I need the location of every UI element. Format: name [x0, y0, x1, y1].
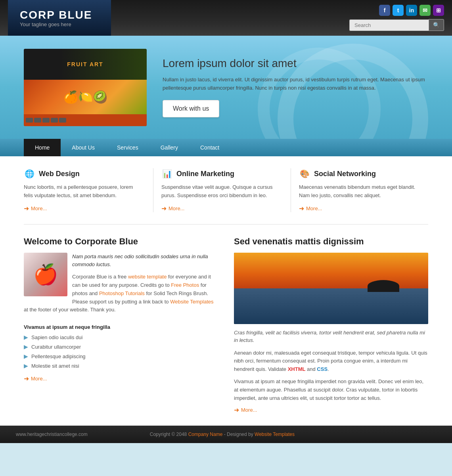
- right-col-caption: Cras fringilla, velit ac facilisis viver…: [234, 329, 428, 344]
- content-columns: Welcome to Corporate Blue 🍎 Nam porta ma…: [24, 236, 428, 414]
- company-name-link[interactable]: Company Name: [188, 432, 223, 437]
- service-social-networking-title: Social Networking: [314, 170, 376, 178]
- logo-tagline: Your tagline goes here: [20, 21, 99, 27]
- photoshop-tutorials-link[interactable]: Photoshop Tutorials: [99, 290, 145, 296]
- nav-item-gallery[interactable]: Gallery: [149, 139, 189, 156]
- more-label: More...: [31, 376, 47, 382]
- hero-content: Lorem ipsum dolor sit amet Nullam in jus…: [163, 57, 428, 118]
- service-web-design-heading: 🌐 Web Design: [24, 168, 141, 179]
- linkedin-icon[interactable]: in: [406, 5, 417, 16]
- website-templates-link2[interactable]: Website Templates: [170, 299, 213, 305]
- nav-item-services[interactable]: Services: [106, 139, 149, 156]
- search-button[interactable]: 🔍: [429, 19, 444, 31]
- left-col-heading: Welcome to Corporate Blue: [24, 236, 218, 247]
- bullet-text: Sapien odio iaculis dui: [31, 334, 82, 340]
- main-content: 🌐 Web Design Nunc lobortis, mi a pellent…: [0, 156, 452, 426]
- hero-text: Nullam in justo lacus, id viverra elit. …: [163, 76, 428, 92]
- social-networking-icon: 🎨: [299, 168, 310, 179]
- header: CORP BLUE Your tagline goes here f t in …: [0, 0, 452, 36]
- header-right: f t in ✉ ⊞ 🔍: [349, 5, 444, 31]
- bullet-text: Molestie sit amet nisi: [31, 363, 79, 369]
- facebook-icon[interactable]: f: [379, 5, 390, 16]
- apple-image: 🍎: [24, 253, 67, 296]
- service-social-networking: 🎨 Social Networking Maecenas venenatis b…: [291, 168, 428, 212]
- list-item: ▶Sapien odio iaculis dui: [24, 334, 218, 340]
- logo-title: CORP BLUE: [20, 9, 99, 21]
- left-col-more[interactable]: ➜ More...: [24, 375, 218, 382]
- bullet-text: Curabitur ullamcorper: [31, 344, 81, 350]
- more-label: More...: [241, 407, 257, 413]
- service-online-marketing-text: Suspendisse vitae velit augue. Quisque a…: [161, 183, 279, 200]
- arrow-icon: ➜: [161, 205, 167, 212]
- para1-end2: at the footer of your website. Thank you…: [24, 307, 116, 313]
- para1-text: Aenean dolor mi, malesuada eget consequa…: [234, 350, 427, 372]
- social-icons: f t in ✉ ⊞: [379, 5, 444, 16]
- website-template-link[interactable]: website template: [128, 274, 167, 280]
- hero-section: FRUIT ART 🍊🍋🥝 Lorem ipsum dolor sit amet…: [0, 36, 452, 139]
- search-input[interactable]: [349, 19, 429, 31]
- logo-area: CORP BLUE Your tagline goes here: [8, 0, 111, 36]
- bullet-arrow-icon: ▶: [24, 353, 28, 359]
- water-layer: [234, 288, 428, 324]
- right-col-paragraph2: Vivamus at ipsum at neque fringilla impe…: [234, 378, 428, 402]
- website-templates-footer-link[interactable]: Website Templates: [255, 432, 295, 437]
- xhtml-link[interactable]: XHTML: [288, 366, 306, 372]
- sunset-image: [234, 253, 428, 324]
- navigation: Home About Us Services Gallery Contact: [0, 139, 452, 156]
- list-item: ▶Pellentesque adipiscing: [24, 353, 218, 359]
- hero-heading: Lorem ipsum dolor sit amet: [163, 57, 428, 70]
- bullet-text: Pellentesque adipiscing: [31, 353, 86, 359]
- rss-icon[interactable]: ⊞: [433, 5, 444, 16]
- service-social-networking-heading: 🎨 Social Networking: [299, 168, 416, 179]
- web-design-icon: 🌐: [24, 168, 35, 179]
- right-col-paragraph1: Aenean dolor mi, malesuada eget consequa…: [234, 349, 428, 374]
- service-web-design: 🌐 Web Design Nunc lobortis, mi a pellent…: [24, 168, 153, 212]
- footer: www.heritagechristiancollege.com Copyrig…: [0, 426, 452, 443]
- left-col-subheading: Vivamus at ipsum at neque fringilla: [24, 324, 218, 330]
- service-web-design-more[interactable]: ➜ More...: [24, 205, 141, 212]
- service-web-design-title: Web Design: [39, 170, 80, 178]
- work-with-us-button[interactable]: Work with us: [163, 100, 219, 117]
- bullet-arrow-icon: ▶: [24, 334, 28, 340]
- search-bar: 🔍: [349, 19, 444, 31]
- arrow-icon: ➜: [299, 205, 304, 212]
- bullet-arrow-icon: ▶: [24, 363, 28, 369]
- service-online-marketing-title: Online Marketing: [176, 170, 234, 178]
- free-photos-link[interactable]: Free Photos: [171, 282, 199, 288]
- service-online-marketing-heading: 📊 Online Marketing: [161, 168, 279, 179]
- service-online-marketing-more[interactable]: ➜ More...: [161, 205, 279, 212]
- arrow-icon: ➜: [24, 375, 29, 382]
- service-web-design-text: Nunc lobortis, mi a pellentesque posuere…: [24, 183, 141, 200]
- twitter-icon[interactable]: t: [393, 5, 404, 16]
- fruit-label: FRUIT ART: [67, 61, 103, 67]
- bullet-arrow-icon: ▶: [24, 344, 28, 350]
- hero-image: FRUIT ART 🍊🍋🥝: [24, 49, 147, 126]
- nav-item-about[interactable]: About Us: [61, 139, 106, 156]
- arrow-icon: ➜: [234, 406, 239, 414]
- island-shape: [368, 280, 399, 292]
- left-column: Welcome to Corporate Blue 🍎 Nam porta ma…: [24, 236, 218, 414]
- list-item: ▶Curabitur ullamcorper: [24, 344, 218, 350]
- service-online-marketing: 📊 Online Marketing Suspendisse vitae vel…: [153, 168, 291, 212]
- left-col-body: 🍎 Nam porta mauris nec odio sollicitudin…: [24, 253, 218, 319]
- more-label: More...: [31, 205, 47, 211]
- css-link[interactable]: CSS: [317, 366, 328, 372]
- list-item: ▶Molestie sit amet nisi: [24, 363, 218, 369]
- nav-item-home[interactable]: Home: [24, 139, 61, 156]
- footer-copyright: Copyright © 2048 Company Name - Designed…: [150, 432, 295, 437]
- hero-image-fruit: 🍊🍋🥝: [24, 80, 147, 115]
- and-text: and: [305, 366, 317, 372]
- email-icon[interactable]: ✉: [419, 5, 431, 16]
- para1-pre: Corporate Blue is a free: [72, 274, 128, 280]
- right-col-heading: Sed venenatis mattis dignissim: [234, 236, 428, 247]
- online-marketing-icon: 📊: [161, 168, 172, 179]
- service-social-networking-more[interactable]: ➜ More...: [299, 205, 416, 212]
- copyright-mid: - Designed by: [222, 432, 255, 437]
- right-col-more[interactable]: ➜ More...: [234, 406, 428, 414]
- sunset-background: [234, 253, 428, 324]
- more-label: More...: [169, 205, 184, 211]
- right-column: Sed venenatis mattis dignissim Cras frin…: [234, 236, 428, 414]
- hero-image-bottom: [24, 114, 147, 126]
- copyright-pre: Copyright © 2048: [150, 432, 188, 437]
- nav-item-contact[interactable]: Contact: [189, 139, 230, 156]
